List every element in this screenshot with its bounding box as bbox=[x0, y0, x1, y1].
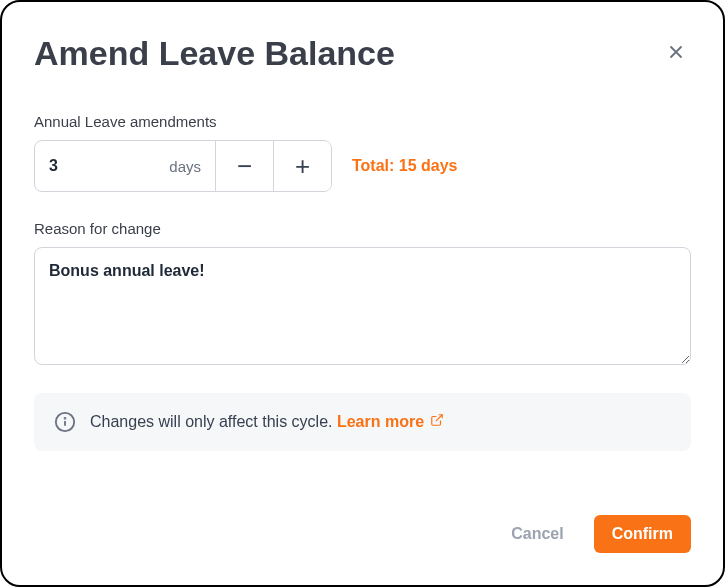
learn-more-link[interactable]: Learn more bbox=[337, 413, 444, 431]
quantity-stepper: days − + bbox=[34, 140, 332, 192]
external-link-icon bbox=[430, 413, 444, 431]
info-text: Changes will only affect this cycle. bbox=[90, 413, 337, 430]
modal-footer: Cancel Confirm bbox=[34, 485, 691, 553]
stepper-input-wrap: days bbox=[35, 141, 215, 191]
reason-section: Reason for change Bonus annual leave! bbox=[34, 220, 691, 369]
reason-label: Reason for change bbox=[34, 220, 691, 237]
cancel-button[interactable]: Cancel bbox=[497, 515, 577, 553]
confirm-button[interactable]: Confirm bbox=[594, 515, 691, 553]
svg-point-2 bbox=[65, 418, 66, 419]
amendment-row: days − + Total: 15 days bbox=[34, 140, 691, 192]
increment-button[interactable]: + bbox=[273, 141, 331, 191]
reason-textarea[interactable]: Bonus annual leave! bbox=[34, 247, 691, 365]
decrement-button[interactable]: − bbox=[215, 141, 273, 191]
minus-icon: − bbox=[237, 151, 252, 182]
modal-header: Amend Leave Balance bbox=[34, 34, 691, 73]
modal-title: Amend Leave Balance bbox=[34, 34, 395, 73]
amendment-value-input[interactable] bbox=[49, 157, 109, 175]
info-icon bbox=[54, 411, 76, 433]
close-icon bbox=[665, 41, 687, 66]
total-days-label: Total: 15 days bbox=[352, 157, 458, 175]
info-text-wrap: Changes will only affect this cycle. Lea… bbox=[90, 413, 444, 431]
amendment-unit: days bbox=[169, 158, 201, 175]
info-box: Changes will only affect this cycle. Lea… bbox=[34, 393, 691, 451]
learn-more-label: Learn more bbox=[337, 413, 424, 431]
amend-leave-modal: Amend Leave Balance Annual Leave amendme… bbox=[0, 0, 725, 587]
amendment-section: Annual Leave amendments days − + Total: … bbox=[34, 113, 691, 220]
svg-line-3 bbox=[436, 415, 442, 421]
plus-icon: + bbox=[295, 151, 310, 182]
close-button[interactable] bbox=[661, 37, 691, 70]
amendment-label: Annual Leave amendments bbox=[34, 113, 691, 130]
